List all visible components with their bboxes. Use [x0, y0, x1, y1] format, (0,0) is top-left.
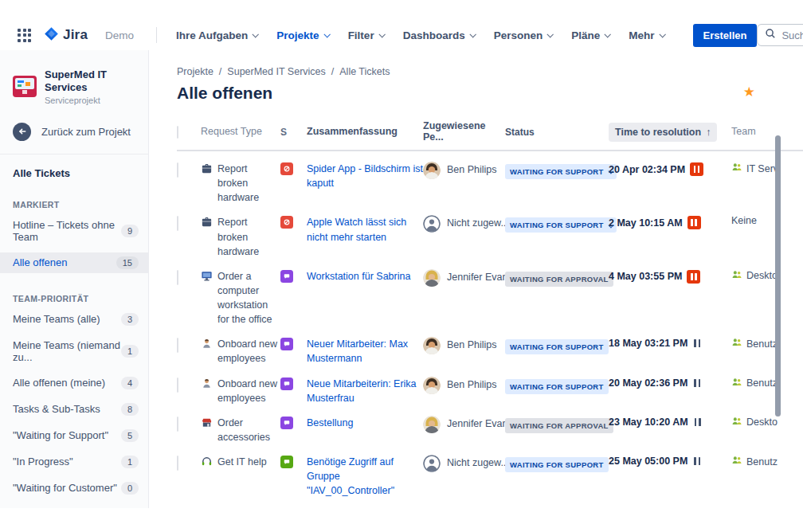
select-all-checkbox[interactable]: [177, 126, 178, 139]
sidebar-item-alle-offenen[interactable]: Alle offenen 15: [0, 252, 148, 273]
assignee-cell[interactable]: Ben Philips: [423, 377, 505, 394]
team-icon: [731, 337, 742, 350]
breadcrumb-projekte[interactable]: Projekte: [177, 66, 213, 77]
status-badge[interactable]: WAITING FOR SUPPORT: [505, 457, 609, 472]
status-badge[interactable]: WAITING FOR SUPPORT: [505, 339, 609, 354]
status-badge[interactable]: WAITING FOR SUPPORT: [505, 379, 609, 394]
project-name: SuperMed IT Services: [45, 68, 135, 95]
sidebar-item-meine-teams-alle[interactable]: Meine Teams (alle) 3: [0, 309, 148, 330]
sidebar-item-waiting-for-approval[interactable]: "Waiting for Approval" 2: [0, 504, 148, 509]
team-cell[interactable]: Benutz: [731, 455, 803, 468]
jira-app-window: Jira Demo Ihre Aufgaben Projekte Filter …: [0, 0, 803, 532]
assignee-cell[interactable]: Ben Philips: [423, 162, 505, 179]
status-badge-dropdown[interactable]: WAITING FOR SUPPORT: [505, 164, 617, 179]
header-severity[interactable]: S: [280, 126, 307, 138]
time-to-resolution-cell: 4 May 03:55 PM: [609, 269, 703, 284]
count-badge: 5: [121, 429, 139, 442]
project-header[interactable]: SuperMed IT Services Serviceprojekt: [0, 68, 148, 105]
sidebar-item-alle-offenen-meine[interactable]: Alle offenen (meine) 4: [0, 373, 148, 393]
briefcase-icon: [201, 215, 213, 258]
breadcrumb-alle-tickets[interactable]: Alle Tickets: [339, 66, 390, 77]
nav-item-mehr[interactable]: Mehr: [629, 29, 664, 41]
service-request-type-icon: [280, 456, 293, 468]
row-checkbox[interactable]: [177, 456, 178, 471]
project-sidebar: SuperMed IT Services Serviceprojekt Zurü…: [0, 50, 149, 508]
assignee-cell[interactable]: Jennifer Evans: [423, 416, 505, 433]
store-icon: [201, 416, 213, 444]
issue-summary-link[interactable]: Spider App - Bildschirm ist kaputt: [307, 162, 423, 190]
search-box[interactable]: [757, 24, 803, 46]
assignee-cell[interactable]: Jennifer Evans: [423, 269, 505, 287]
sidebar-item-waiting-for-support[interactable]: "Waiting for Support" 5: [0, 425, 148, 446]
create-button[interactable]: Erstellen: [693, 24, 758, 47]
sidebar-item-hotline[interactable]: Hotline – Tickets ohne Team 9: [0, 215, 148, 247]
nav-item-personen[interactable]: Personen: [494, 29, 553, 41]
project-type: Serviceprojekt: [45, 96, 135, 105]
issue-summary-link[interactable]: Neue Mitarbeiterin: Erika Musterfrau: [307, 377, 423, 405]
person-icon: [201, 337, 213, 366]
breadcrumb-separator: /: [331, 66, 334, 77]
row-checkbox[interactable]: [177, 162, 178, 178]
row-checkbox[interactable]: [177, 270, 178, 285]
issue-summary-link[interactable]: Neuer Mitarbeiter: Max Mustermann: [307, 337, 423, 366]
status-badge[interactable]: WAITING FOR APPROVAL: [505, 272, 613, 287]
header-request-type[interactable]: Request Type: [201, 124, 280, 139]
team-icon: [731, 162, 742, 175]
time-to-resolution-cell: 18 May 03:21 PM: [609, 337, 703, 349]
time-to-resolution-cell: 20 May 02:36 PM: [609, 377, 703, 389]
nav-item-plaene[interactable]: Pläne: [571, 29, 609, 41]
avatar-ben-philips: [423, 377, 441, 394]
favorite-star-icon[interactable]: ★: [743, 84, 755, 100]
table-row: Headset für Erika Musterfrau Jennifer Ev…: [177, 498, 803, 508]
jira-logo[interactable]: Jira: [44, 26, 88, 45]
sidebar-item-waiting-for-customer[interactable]: "Waiting for Customer" 0: [0, 478, 148, 499]
search-input[interactable]: [781, 29, 803, 41]
sidebar-item-meine-teams-niemand[interactable]: Meine Teams (niemand zu... 1: [0, 335, 148, 367]
assignee-cell[interactable]: Nicht zugew...: [423, 455, 505, 472]
header-time-to-resolution-sorted[interactable]: Time to resolution ↑: [609, 123, 717, 142]
issue-summary-link[interactable]: Apple Watch lässt sich nicht mehr starte…: [307, 215, 423, 244]
row-checkbox[interactable]: [177, 417, 178, 432]
app-switcher-icon[interactable]: [16, 27, 33, 44]
assignee-cell[interactable]: Nicht zugew...: [423, 215, 505, 233]
avatar-ben-philips: [423, 162, 441, 179]
assignee-cell[interactable]: Ben Philips: [423, 337, 505, 354]
nav-item-filter[interactable]: Filter: [348, 29, 384, 41]
sidebar-item-tasks-subtasks[interactable]: Tasks & Sub-Tasks 8: [0, 399, 148, 420]
issue-summary-link[interactable]: Workstation für Sabrina: [307, 269, 423, 284]
issue-summary-link[interactable]: Bestellung: [307, 416, 423, 430]
nav-item-dashboards[interactable]: Dashboards: [403, 29, 475, 41]
team-cell[interactable]: Benutz: [731, 377, 803, 390]
team-cell[interactable]: Keine: [731, 215, 803, 226]
sidebar-item-alle-tickets[interactable]: Alle Tickets: [0, 155, 148, 179]
header-summary[interactable]: Zusammenfassung: [307, 124, 423, 139]
status-badge[interactable]: WAITING FOR APPROVAL: [505, 418, 613, 433]
status-badge-dropdown[interactable]: WAITING FOR SUPPORT: [505, 217, 617, 233]
team-cell[interactable]: IT Serv: [731, 162, 803, 175]
header-team[interactable]: Team: [731, 126, 803, 137]
team-icon: [731, 377, 742, 390]
nav-item-projekte[interactable]: Projekte: [276, 29, 328, 41]
back-to-project-button[interactable]: Zurück zum Projekt: [0, 123, 148, 141]
table-row: Onboard new employees Neue Mitarbeiterin…: [177, 366, 803, 405]
project-avatar-icon: [13, 76, 37, 97]
nav-item-ihre-aufgaben[interactable]: Ihre Aufgaben: [176, 29, 257, 41]
team-cell[interactable]: Deskto: [731, 416, 803, 429]
sla-breached-pause-icon: [687, 216, 701, 229]
breadcrumb-project[interactable]: SuperMed IT Services: [227, 66, 325, 77]
vertical-scrollbar[interactable]: [775, 135, 781, 417]
row-checkbox[interactable]: [177, 216, 178, 231]
chevron-down-icon: [469, 31, 476, 37]
time-to-resolution-cell: 2 May 10:15 AM: [609, 215, 703, 229]
header-status[interactable]: Status: [505, 125, 609, 138]
row-checkbox[interactable]: [177, 377, 178, 393]
sort-ascending-icon: ↑: [706, 127, 711, 138]
row-checkbox[interactable]: [177, 338, 178, 353]
team-cell[interactable]: Benutz: [731, 337, 803, 350]
header-assignee[interactable]: Zugewiesene Pe...: [423, 120, 505, 143]
team-cell[interactable]: Deskto: [731, 269, 803, 283]
sidebar-item-in-progress[interactable]: "In Progress" 1: [0, 452, 148, 472]
monitor-icon: [201, 269, 213, 327]
avatar-jennifer-evans: [423, 416, 441, 433]
issue-summary-link[interactable]: Benötige Zugriff auf Gruppe "IAV_00_Cont…: [307, 455, 423, 498]
